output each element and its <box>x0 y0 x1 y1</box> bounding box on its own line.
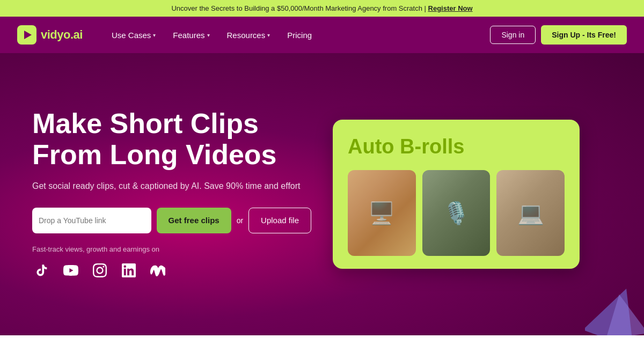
nav-links: Use Cases ▾ Features ▾ Resources ▾ Prici… <box>104 26 490 44</box>
chevron-down-icon: ▾ <box>153 32 156 38</box>
navbar: vidyo.ai Use Cases ▾ Features ▾ Resource… <box>0 17 644 53</box>
nav-use-cases[interactable]: Use Cases ▾ <box>104 26 163 44</box>
youtube-icon[interactable] <box>61 261 80 280</box>
or-separator: or <box>237 216 243 225</box>
hero-subtext: Get social ready clips, cut & captioned … <box>32 180 311 193</box>
signup-button[interactable]: Sign Up - Its Free! <box>541 25 627 45</box>
broll-images <box>348 170 565 256</box>
mic-image <box>422 170 491 256</box>
work-image <box>496 170 565 256</box>
tiktok-icon[interactable] <box>32 261 52 280</box>
logo-text: vidyo.ai <box>41 28 83 42</box>
hero-headline: Make Short Clips From Long Videos <box>32 108 311 170</box>
announcement-bar: Uncover the Secrets to Building a $50,00… <box>0 0 644 17</box>
linkedin-icon[interactable] <box>119 261 138 280</box>
broll-image-desk <box>348 170 416 256</box>
chevron-down-icon: ▾ <box>207 32 210 38</box>
get-clips-button[interactable]: Get free clips <box>157 208 231 233</box>
desk-image <box>348 170 416 256</box>
announcement-text: Uncover the Secrets to Building a $50,00… <box>171 4 428 12</box>
logo-area[interactable]: vidyo.ai <box>17 25 83 45</box>
nav-pricing[interactable]: Pricing <box>280 26 319 44</box>
chevron-down-icon: ▾ <box>267 32 270 38</box>
broll-card: Auto B-rolls <box>333 120 580 269</box>
broll-title: Auto B-rolls <box>348 136 565 158</box>
social-track-label: Fast-track views, growth and earnings on <box>32 245 311 253</box>
nav-features[interactable]: Features ▾ <box>165 26 217 44</box>
signin-button[interactable]: Sign in <box>490 26 536 44</box>
instagram-icon[interactable] <box>90 261 109 280</box>
youtube-input[interactable] <box>39 216 145 225</box>
announcement-cta[interactable]: Register Now <box>428 4 473 12</box>
nav-actions: Sign in Sign Up - Its Free! <box>490 25 627 45</box>
input-row: Get free clips or Upload file <box>32 208 311 233</box>
hero-section: Make Short Clips From Long Videos Get so… <box>0 53 644 335</box>
decorative-shape <box>585 282 644 335</box>
nav-resources[interactable]: Resources ▾ <box>219 26 278 44</box>
yt-input-wrapper <box>32 208 151 233</box>
social-icons <box>32 261 311 280</box>
upload-file-button[interactable]: Upload file <box>248 208 311 233</box>
broll-image-mic <box>422 170 491 256</box>
hero-left: Make Short Clips From Long Videos Get so… <box>32 108 311 280</box>
logo-icon <box>17 25 36 45</box>
broll-image-work <box>496 170 565 256</box>
hero-right: Auto B-rolls <box>333 120 580 269</box>
meta-icon[interactable] <box>148 261 167 280</box>
